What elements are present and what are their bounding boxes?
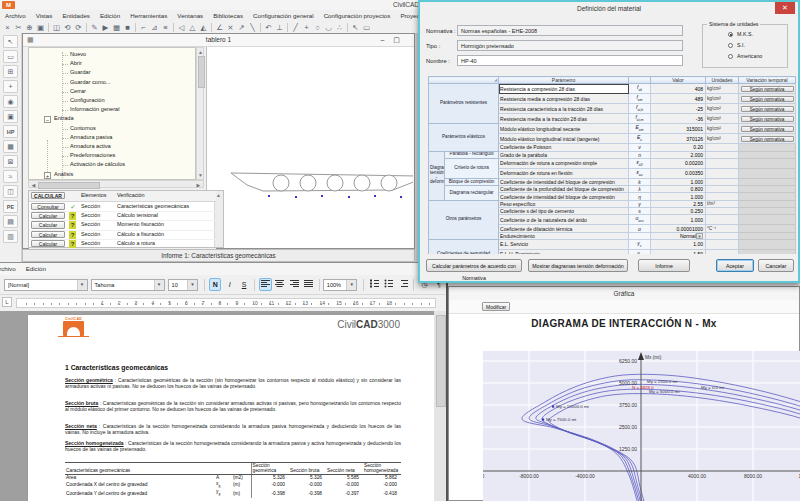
param-m-dulo-el-stico-longitudinal-secante[interactable]: Módulo elástico longitudinal secante — [499, 124, 629, 134]
segun-normativa-button[interactable]: Según normativa — [741, 96, 794, 102]
menu-item-vistas[interactable]: Vistas — [31, 10, 58, 21]
outline-list-icon[interactable] — [397, 278, 409, 291]
align-left-icon[interactable] — [259, 278, 271, 291]
param-peso-espec-fico[interactable]: Peso específico — [499, 200, 629, 207]
grid-icon[interactable]: ▦ — [111, 22, 122, 33]
value-cell[interactable]: 0.00001000 — [651, 225, 706, 232]
radio-icon[interactable] — [728, 54, 733, 59]
hp-tool[interactable]: HP — [3, 125, 18, 138]
redo-icon[interactable]: ⟳ — [73, 22, 84, 33]
param-resistencia-media-a-la-tracci-n-28-d-as[interactable]: Resistencia media a la tracción 28 días — [499, 114, 629, 124]
pointer-icon[interactable]: ↖ — [350, 22, 361, 33]
value-cell[interactable]: -25 — [651, 104, 706, 114]
bullet-list-icon[interactable] — [382, 278, 394, 291]
value-cell[interactable]: 370126 — [651, 134, 706, 144]
radio-si[interactable]: S.I. — [737, 42, 745, 49]
scroll-thumb[interactable] — [436, 315, 446, 407]
segun-normativa-button[interactable]: Según normativa — [741, 136, 794, 142]
offset-icon[interactable]: ⌐ — [138, 22, 149, 33]
dimension-icon[interactable]: ↗ — [236, 22, 247, 33]
draw-line-icon[interactable]: ╱ — [290, 22, 301, 33]
menu-item-entidades[interactable]: Entidades — [57, 10, 95, 21]
radio-icon[interactable] — [728, 43, 733, 48]
segun-normativa-button[interactable]: Según normativa — [741, 86, 794, 92]
pe-tool[interactable]: PE — [3, 200, 18, 213]
mostrar-diagramas-button[interactable]: Mostrar diagramas tensión deformación — [528, 259, 628, 272]
section-icon[interactable]: ◭ — [198, 22, 209, 33]
collapse-icon[interactable]: − — [44, 116, 51, 123]
variacion-cell[interactable]: Según normativa — [739, 104, 796, 114]
value-cell[interactable]: 1.00 — [651, 239, 706, 249]
header-parametro[interactable]: Parámetro — [499, 77, 629, 84]
param-endurecimiento[interactable]: Endurecimiento — [499, 232, 629, 239]
param-deformaci-n-de-rotura-a-compresi-n-simple[interactable]: Deformación de rotura a compresión simpl… — [499, 158, 629, 168]
tree-item-armadura-pasiva[interactable]: Armadura pasiva — [70, 134, 112, 140]
value-cell[interactable]: 1.50 — [651, 249, 706, 254]
tree-horizontal-scrollbar[interactable]: ◀ ▶ — [28, 180, 204, 188]
scroll-right-icon[interactable]: ▶ — [195, 182, 202, 188]
informe-button[interactable]: Informe — [638, 259, 690, 272]
bold-button[interactable]: N — [209, 278, 221, 291]
variacion-cell[interactable]: Según normativa — [739, 114, 796, 124]
category-header[interactable]: ◢ — [429, 77, 499, 84]
interaction-diagram-plot[interactable]: Mx (mt)1250.002500.003750.005000.006250.… — [483, 351, 800, 501]
font-size-select[interactable]: 10▼ — [168, 279, 199, 291]
view-icon[interactable]: ▣ — [3, 110, 18, 123]
value-cell[interactable]: 2.55 — [651, 200, 706, 207]
header-valor[interactable]: Valor — [651, 77, 706, 84]
table-icon[interactable]: ▤ — [3, 215, 18, 228]
param-e-l-u-persistente[interactable]: E.L.U. Persistente — [499, 249, 629, 254]
tree-item-armadura-activa[interactable]: Armadura activa — [70, 143, 111, 149]
variacion-cell[interactable]: Según normativa — [739, 124, 796, 134]
menu-item-bibliotecas[interactable]: Bibliotecas — [208, 10, 248, 21]
radio-icon[interactable] — [728, 32, 733, 37]
param-resistencia-media-a-compresi-n-28-d-as[interactable]: Resistencia media a compresión 28 días — [499, 94, 629, 104]
underline-button[interactable]: S — [238, 278, 250, 291]
param-resistencia-a-compresi-n-28-d-as[interactable]: Resistencia a compresión 28 días — [499, 84, 629, 94]
nombre-field[interactable]: HP-40 — [457, 55, 683, 66]
param-coeficiente-de-dilataci-n-t-rmica[interactable]: Coeficiente de dilatación térmica — [499, 225, 629, 232]
menu-item-herramientas[interactable]: Herramientas — [125, 10, 172, 21]
drawing-canvas[interactable] — [206, 47, 414, 248]
value-cell[interactable]: 0.250 — [651, 208, 706, 215]
editor-menu-edici-n[interactable]: Edición — [21, 263, 51, 275]
param-coeficiente-de-intensidad-del-bloque-de-compresi-n[interactable]: Coeficiente de intensidad del bloque de … — [499, 193, 629, 200]
triangle-icon[interactable]: ⊿ — [149, 22, 160, 33]
document-page[interactable]: CivilCAD CivilCAD3000 1 Características … — [28, 315, 434, 501]
close-icon[interactable]: ✕ — [775, 2, 795, 14]
tab-stop-selector[interactable]: L — [2, 297, 12, 307]
header-sym[interactable] — [629, 77, 651, 84]
value-cell[interactable]: 0.00350 — [651, 168, 706, 178]
value-cell[interactable]: 1.000 — [651, 193, 706, 200]
angle-icon[interactable]: ∠ — [214, 22, 225, 33]
style-select[interactable]: [Normal]▼ — [4, 279, 88, 291]
variacion-cell[interactable]: Según normativa — [739, 134, 796, 144]
scroll-thumb[interactable] — [38, 182, 100, 189]
tree-item-cerrar[interactable]: Cerrar — [70, 88, 86, 94]
radio-americano[interactable]: Americano — [737, 53, 762, 60]
variacion-cell[interactable]: Según normativa — [739, 84, 796, 94]
segun-normativa-button[interactable]: Según normativa — [741, 126, 794, 132]
value-cell[interactable]: 0.20 — [651, 144, 706, 151]
copy-icon[interactable]: ▣ — [35, 22, 46, 33]
scroll-thumb[interactable] — [198, 56, 205, 88]
calcular-normativa-button[interactable]: Calcular parámetros de acuerdo con Norma… — [426, 259, 522, 272]
tree-item-configuraci-n[interactable]: Configuración — [70, 97, 105, 103]
aceptar-button[interactable]: Aceptar — [716, 259, 754, 272]
wave-icon[interactable]: ≈ — [3, 170, 18, 183]
value-cell[interactable]: 489 — [651, 94, 706, 104]
tree-item-guardar-como[interactable]: Guardar como... — [70, 79, 110, 85]
param-coeficiente-de-poisson[interactable]: Coeficiente de Poisson — [499, 144, 629, 151]
intersect-icon[interactable]: ⨯ — [225, 22, 236, 33]
grafica-titlebar[interactable]: Gráfica — [449, 287, 799, 301]
tree-node-entrada[interactable]: Entrada — [54, 115, 74, 121]
delete-icon[interactable]: × — [2, 22, 13, 33]
tree-node-an-lisis[interactable]: Análisis — [54, 171, 73, 177]
minimize-button[interactable]: – — [377, 35, 388, 44]
value-cell[interactable]: 408 — [651, 84, 706, 94]
center-icon[interactable]: ◉ — [3, 95, 18, 108]
dropdown-icon[interactable]: ▼ — [696, 233, 703, 239]
editor-vertical-scrollbar[interactable] — [434, 311, 446, 501]
menu-item-configuraci-n-general[interactable]: Configuración general — [248, 10, 319, 21]
cut-icon[interactable]: ✂ — [13, 22, 24, 33]
